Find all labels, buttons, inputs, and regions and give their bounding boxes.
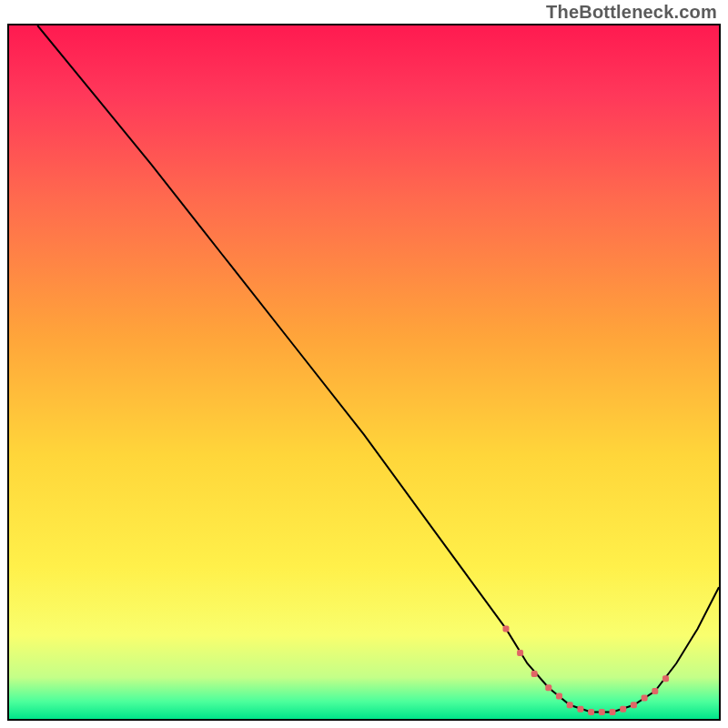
marker-dot <box>517 650 523 656</box>
watermark-text: TheBottleneck.com <box>546 2 717 23</box>
marker-dot <box>631 702 637 708</box>
marker-dot <box>577 706 583 713</box>
marker-dot <box>545 684 551 691</box>
bottleneck-curve <box>37 25 719 712</box>
marker-dot <box>620 706 626 713</box>
marker-dot <box>531 671 538 677</box>
chart-svg <box>9 25 719 719</box>
marker-dot <box>567 702 573 708</box>
marker-dot <box>642 695 648 702</box>
marker-dot <box>503 625 510 632</box>
optimal-zone-markers <box>503 625 670 715</box>
marker-dot <box>588 709 594 715</box>
marker-dot <box>610 709 616 715</box>
marker-dot <box>662 675 669 682</box>
marker-dot <box>599 709 605 715</box>
marker-dot <box>556 693 562 699</box>
marker-dot <box>652 688 658 694</box>
chart-area <box>7 24 721 721</box>
